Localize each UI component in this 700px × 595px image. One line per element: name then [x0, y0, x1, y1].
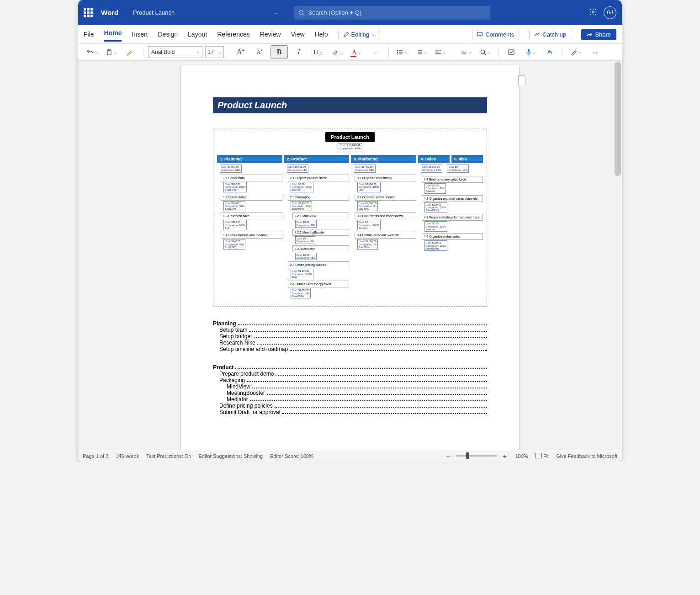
tab-references[interactable]: References: [217, 29, 250, 40]
svg-rect-12: [418, 50, 422, 50]
status-wordcount[interactable]: 146 words: [116, 453, 139, 459]
toc-row[interactable]: Define pricing policies: [213, 403, 487, 409]
tab-home[interactable]: Home: [104, 27, 122, 42]
bullets-button[interactable]: ⌄: [393, 46, 410, 58]
table-of-contents[interactable]: Planning Setup team Setup budget Researc…: [213, 320, 487, 415]
diagram-task: 4.2 Organize and brief sales channels: [422, 195, 483, 202]
svg-rect-14: [418, 53, 422, 54]
search-input[interactable]: Search (Option + Q): [294, 6, 490, 20]
tab-help[interactable]: Help: [315, 29, 328, 40]
toc-leader: [275, 403, 487, 408]
diagram-root-meta: Cost: $15,090.00 Completion: 67%: [338, 143, 362, 151]
bullets-icon: [396, 48, 403, 56]
toc-row[interactable]: Packaging: [213, 377, 487, 383]
font-color-button[interactable]: A⌄: [348, 46, 365, 58]
menubar: File Home Insert Design Layout Reference…: [78, 25, 622, 44]
app-launcher-icon[interactable]: [84, 8, 93, 17]
grow-font-button[interactable]: A▴: [232, 46, 249, 58]
svg-rect-5: [333, 54, 337, 55]
zoom-level[interactable]: 100%: [515, 453, 528, 459]
page-handle-icon[interactable]: [518, 75, 525, 86]
toc-row[interactable]: Product: [213, 364, 487, 371]
diagram-task-meta: Cost: $500.00Completion: 100%Steve(50%): [424, 240, 448, 251]
bold-button[interactable]: B: [270, 45, 288, 59]
document-page[interactable]: Product Launch Product Launch Cost: $15,…: [181, 65, 519, 450]
shrink-font-button[interactable]: A▾: [251, 46, 268, 58]
diagram-task: 1.3 Research Nike: [221, 212, 282, 219]
underline-button[interactable]: U⌄: [310, 46, 326, 58]
toc-row[interactable]: Setup budget: [213, 333, 487, 340]
immersive-button[interactable]: [503, 46, 520, 58]
status-suggestions[interactable]: Editor Suggestions: Showing: [198, 453, 263, 459]
numbering-button[interactable]: ⌄: [413, 46, 429, 58]
dictate-button[interactable]: ⌄: [522, 46, 539, 58]
styles-button[interactable]: Aa⌄: [458, 46, 474, 58]
svg-rect-10: [399, 52, 403, 52]
more-font-button[interactable]: ···: [367, 46, 384, 58]
zoom-out-button[interactable]: −: [445, 452, 451, 460]
highlight-button[interactable]: ⌄: [329, 46, 345, 58]
toc-row[interactable]: Setup team: [213, 327, 487, 333]
catchup-button[interactable]: Catch up: [529, 29, 571, 40]
toc-row[interactable]: Setup timeline and roadmap: [213, 346, 487, 352]
diagram-task-meta: Cost: $500.00Completion: 100%Steve(50%): [424, 202, 448, 213]
status-editor-score[interactable]: Editor Score: 100%: [270, 453, 313, 459]
toc-row[interactable]: Planning: [213, 320, 487, 327]
status-page[interactable]: Page 1 of 3: [83, 453, 108, 459]
diagram-task: 2.4 Submit Draft for approval: [288, 281, 350, 287]
magic-icon: [570, 48, 578, 56]
designer-button[interactable]: ⌄: [567, 46, 584, 58]
format-painter-button[interactable]: [122, 46, 138, 58]
diagram-task-meta: Cost: $0.00Completion: 70%Brandon: [424, 183, 446, 194]
toc-row[interactable]: Submit Draft for approval: [213, 409, 487, 415]
toc-row[interactable]: Mediator: [213, 396, 487, 403]
editor-button[interactable]: [541, 46, 558, 58]
tab-design[interactable]: Design: [158, 29, 178, 40]
align-button[interactable]: ⌄: [432, 46, 448, 58]
share-button[interactable]: Share: [581, 29, 616, 40]
feedback-link[interactable]: Give Feedback to Microsoft: [556, 453, 617, 459]
font-name-select[interactable]: Arial Bold⌄: [148, 46, 202, 58]
tab-insert[interactable]: Insert: [132, 29, 148, 40]
scrollbar-vertical[interactable]: [615, 62, 621, 176]
undo-button[interactable]: ⌄: [84, 46, 100, 58]
svg-rect-23: [528, 49, 530, 53]
svg-point-6: [397, 50, 398, 51]
diagram-subtask: 2.2.1 MindView: [292, 212, 350, 219]
tab-view[interactable]: View: [291, 29, 305, 40]
italic-button[interactable]: I: [291, 46, 307, 58]
document-area[interactable]: Product Launch Product Launch Cost: $15,…: [78, 61, 622, 450]
diagram-task: 1.4 Setup timeline and roadmap: [221, 232, 282, 239]
more-ribbon-button[interactable]: ···: [587, 46, 603, 58]
toc-row[interactable]: MindView: [213, 383, 487, 390]
find-button[interactable]: ⌄: [477, 46, 493, 58]
diagram-subtask: 2.2.3 Mediator: [292, 245, 350, 252]
user-avatar[interactable]: GJ: [604, 6, 616, 19]
settings-icon[interactable]: [589, 8, 597, 18]
tab-layout[interactable]: Layout: [188, 29, 207, 40]
document-name[interactable]: Product Launch: [133, 9, 175, 16]
paste-button[interactable]: ⌄: [103, 46, 119, 58]
comments-button[interactable]: Comments: [472, 29, 519, 40]
pencil-icon: [343, 32, 349, 37]
font-size-select[interactable]: 17⌄: [205, 46, 224, 58]
editing-mode-button[interactable]: Editing ⌄: [338, 29, 381, 40]
doc-dropdown-icon[interactable]: ⌄: [274, 10, 277, 15]
tab-review[interactable]: Review: [260, 29, 281, 40]
diagram-col-meta: Cost: $1,090.00Completion: 61%: [220, 165, 242, 172]
toc-row[interactable]: MeetingBooster: [213, 390, 487, 396]
zoom-slider[interactable]: [456, 455, 497, 457]
toc-leader: [238, 320, 487, 325]
diagram-subtask: 2.2.2 MeetingBooster: [292, 229, 350, 236]
tab-file[interactable]: File: [84, 29, 94, 40]
doc-title[interactable]: Product Launch: [213, 97, 487, 113]
toc-row[interactable]: Prepare product demo: [213, 371, 487, 377]
toc-row[interactable]: Research Nike: [213, 340, 487, 346]
fit-button[interactable]: Fit: [536, 453, 549, 459]
status-predictions[interactable]: Text Predictions: On: [146, 453, 191, 459]
toc-leader: [257, 340, 487, 345]
zoom-in-button[interactable]: +: [502, 452, 508, 460]
diagram-frame[interactable]: Product Launch Cost: $15,090.00 Completi…: [213, 128, 487, 307]
ribbon-expand-icon[interactable]: ⌄: [615, 459, 619, 462]
fit-icon: [536, 453, 542, 458]
